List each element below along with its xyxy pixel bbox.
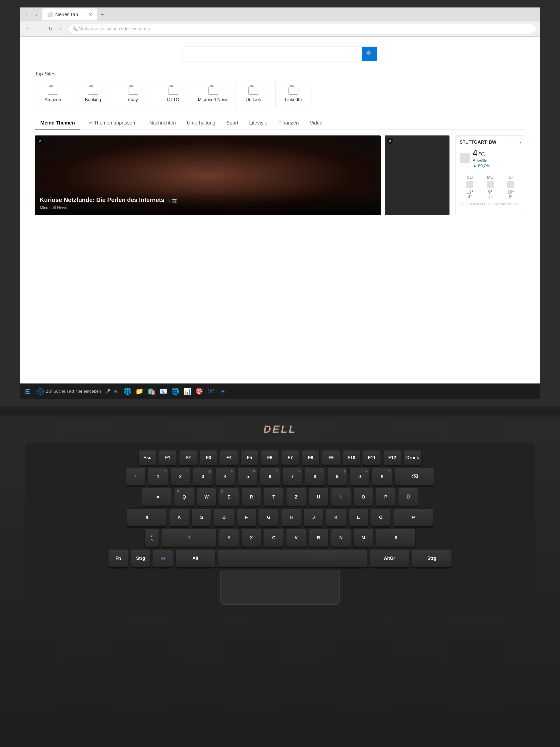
news-card-large[interactable]: ✕ Kuriose Netzfunde: Die Perlen des Inte… (35, 135, 381, 215)
back-button[interactable]: ‹ (22, 10, 31, 19)
key-k[interactable]: K (326, 509, 346, 526)
tab-unterhaltung[interactable]: Unterhaltung (182, 117, 221, 129)
key-q[interactable]: @Q (174, 488, 194, 506)
taskbar-powerpoint[interactable]: 🎯 (194, 386, 204, 397)
key-oe[interactable]: Ö (371, 509, 391, 526)
key-backspace[interactable]: ⌫ (395, 468, 434, 486)
key-f[interactable]: F (236, 509, 256, 526)
taskbar-file-explorer[interactable]: 📁 (134, 386, 144, 397)
site-tile-linkedin[interactable]: LinkedIn (275, 81, 311, 108)
key-ue[interactable]: Ü (398, 488, 418, 506)
key-c[interactable]: C (264, 529, 284, 547)
key-ss[interactable]: ?ß (372, 468, 392, 486)
key-l[interactable]: L (348, 509, 368, 526)
home-button[interactable]: ⌂ (57, 24, 66, 33)
key-p[interactable]: P (376, 488, 396, 506)
key-d[interactable]: D (214, 509, 234, 526)
tab-close-button[interactable]: ✕ (89, 12, 92, 17)
key-f9[interactable]: F9 (322, 450, 340, 465)
key-7[interactable]: /7 (283, 468, 302, 486)
key-v[interactable]: V (286, 529, 306, 547)
back-nav-button[interactable]: ← (24, 24, 33, 33)
key-shift-indicator[interactable]: ⇧ (162, 529, 216, 547)
taskbar-search-area[interactable]: O Zur Suche Text hier eingeben 🎤 ⊞ (34, 387, 121, 396)
taskbar-edge-browser[interactable]: 🌐 (122, 386, 133, 397)
taskbar-excel[interactable]: 📊 (182, 386, 192, 397)
key-x[interactable]: X (241, 529, 261, 547)
tab-finanzen[interactable]: Finanzen (273, 117, 304, 129)
tab-lifestyle[interactable]: Lifestyle (244, 117, 273, 129)
tab-meine-themen[interactable]: Meine Themen (35, 117, 80, 129)
key-y[interactable]: Y (219, 529, 239, 547)
search-button[interactable]: 🔍 (362, 47, 377, 61)
search-input[interactable] (183, 47, 362, 61)
key-space[interactable] (218, 549, 367, 567)
weather-location[interactable]: STUTTGART, BW › (460, 140, 521, 145)
microphone-icon[interactable]: 🎤 (105, 389, 110, 394)
key-alt-left[interactable]: Alt (176, 549, 215, 567)
key-m[interactable]: M (353, 529, 373, 547)
key-ctrl-right[interactable]: Strg (412, 549, 452, 567)
tab-sport[interactable]: Sport (221, 117, 244, 129)
key-f1[interactable]: F1 (159, 450, 177, 465)
key-f12[interactable]: F12 (383, 450, 401, 465)
key-n[interactable]: N (331, 529, 351, 547)
forward-button[interactable]: › (32, 10, 41, 19)
tab-themen-anpassen[interactable]: ✏ Themen anpassen (84, 117, 141, 129)
key-fn[interactable]: Fn (108, 549, 128, 567)
forward-nav-button[interactable]: → (35, 24, 44, 33)
key-o[interactable]: O (353, 488, 373, 506)
site-tile-outlook[interactable]: Outlook (235, 81, 271, 108)
start-button[interactable]: ⊞ (23, 387, 32, 396)
key-3[interactable]: §3 (193, 468, 213, 486)
key-esc[interactable]: Esc (138, 450, 156, 465)
key-j[interactable]: J (304, 509, 324, 526)
key-f2[interactable]: F2 (179, 450, 197, 465)
key-4[interactable]: $4 (215, 468, 235, 486)
key-z[interactable]: Z (286, 488, 306, 506)
key-windows[interactable]: ⊞ (153, 549, 173, 567)
key-s[interactable]: S (192, 509, 212, 526)
key-druck[interactable]: Druck (404, 450, 422, 465)
new-tab-button[interactable]: + (98, 10, 106, 19)
key-f8[interactable]: F8 (302, 450, 320, 465)
key-5[interactable]: %5 (238, 468, 258, 486)
address-bar[interactable]: 🔍 Webadresse suchen oder eingeben (68, 24, 536, 34)
key-0[interactable]: =0 (350, 468, 370, 486)
key-f6[interactable]: F6 (261, 450, 279, 465)
taskbar-browser-2[interactable]: 🌐 (170, 386, 181, 397)
key-8[interactable]: (8 (305, 468, 325, 486)
key-caps[interactable]: ⇪ (127, 509, 167, 526)
site-tile-microsoft-news[interactable]: Microsoft News (195, 81, 231, 108)
active-tab[interactable]: ⬜ Neuer Tab ✕ (42, 8, 97, 20)
site-tile-booking[interactable]: Booking (75, 81, 111, 108)
key-shift-right[interactable]: ⇧ (376, 529, 416, 547)
site-tile-otto[interactable]: OTTO (155, 81, 191, 108)
key-f10[interactable]: F10 (343, 450, 361, 465)
key-w[interactable]: W (196, 488, 216, 506)
key-g[interactable]: G (259, 509, 279, 526)
key-f11[interactable]: F11 (363, 450, 381, 465)
site-tile-amazon[interactable]: Amazon (35, 81, 71, 108)
news-card-small-close-button[interactable]: ✕ (387, 138, 393, 144)
key-enter[interactable]: ↵ (393, 509, 433, 526)
key-a[interactable]: A (169, 509, 189, 526)
key-ctrl-left[interactable]: Strg (131, 549, 151, 567)
touchpad[interactable] (220, 570, 340, 604)
key-9[interactable]: )9 (327, 468, 347, 486)
key-f3[interactable]: F3 (199, 450, 217, 465)
key-e[interactable]: €E (219, 488, 239, 506)
key-f7[interactable]: F7 (281, 450, 299, 465)
key-u[interactable]: U (309, 488, 328, 506)
taskbar-mail[interactable]: 📧 (158, 386, 168, 397)
news-card-small[interactable]: ✕ (385, 135, 450, 215)
key-tab[interactable]: ⇥ (142, 488, 172, 506)
tab-nachrichten[interactable]: Nachrichten (144, 117, 182, 129)
key-shift-left[interactable]: >< (144, 529, 159, 547)
key-r[interactable]: R (241, 488, 261, 506)
site-tile-ebay[interactable]: ebay (115, 81, 151, 108)
key-b[interactable]: B (309, 529, 328, 547)
key-h[interactable]: H (281, 509, 301, 526)
news-card-close-button[interactable]: ✕ (37, 138, 43, 144)
taskbar-store[interactable]: 🛍️ (146, 386, 157, 397)
